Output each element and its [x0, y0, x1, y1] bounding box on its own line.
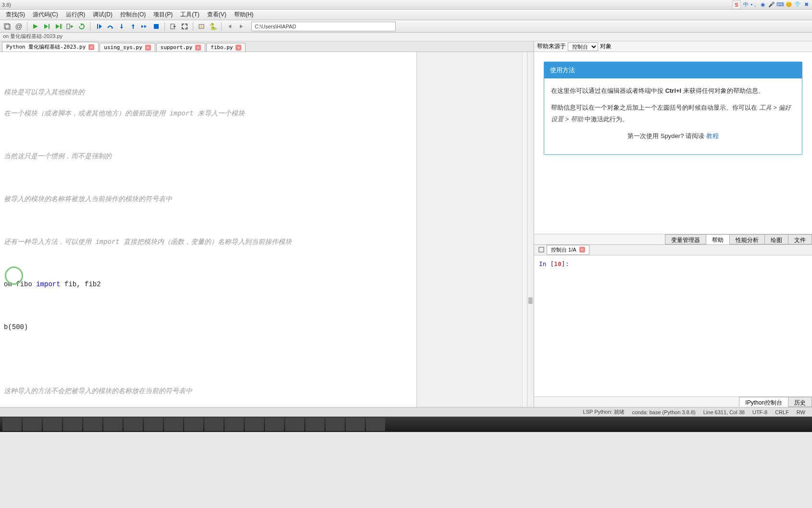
tab-help[interactable]: 帮助: [706, 234, 730, 244]
editor-content[interactable]: 模块是可以导入其他模块的 在一个模块（或者脚本，或者其他地方）的最前面使用 im…: [0, 52, 534, 407]
run-cell-next-icon[interactable]: [53, 21, 64, 32]
menu-console[interactable]: 控制台(O): [116, 10, 150, 20]
scrollbar-thumb[interactable]: [528, 297, 533, 304]
console-body[interactable]: In [10]:: [534, 255, 812, 397]
task-item[interactable]: [366, 418, 385, 431]
menu-debug[interactable]: 调试(D): [89, 10, 116, 20]
svg-marker-2: [33, 24, 38, 29]
close-icon[interactable]: ×: [88, 44, 94, 50]
editor-tab-using-sys[interactable]: using_sys.py ×: [100, 43, 155, 51]
close-icon[interactable]: ×: [236, 45, 241, 51]
stop-icon[interactable]: [151, 21, 162, 32]
help-source-select[interactable]: 控制台: [568, 42, 598, 51]
task-item[interactable]: [325, 418, 345, 431]
help-source-label: 帮助来源于: [537, 42, 566, 51]
save-all-icon[interactable]: [2, 21, 12, 32]
close-icon[interactable]: ×: [579, 247, 585, 253]
tab-ipython-console[interactable]: IPython控制台: [739, 397, 788, 407]
tutorial-link[interactable]: 教程: [706, 132, 719, 140]
svg-marker-9: [71, 25, 74, 28]
step-over-icon[interactable]: [105, 21, 115, 32]
task-item[interactable]: [265, 418, 284, 431]
task-item[interactable]: [245, 418, 264, 431]
right-pane: 帮助来源于 控制台 对象 使用方法 在这里你可以通过在编辑器或者终端中按 Ctr…: [534, 41, 812, 407]
task-item[interactable]: [63, 418, 82, 431]
run-selection-icon[interactable]: [65, 21, 75, 32]
status-lsp: LSP Python: 就绪: [583, 408, 625, 416]
svg-marker-19: [144, 25, 147, 28]
console-options-icon[interactable]: [536, 244, 547, 255]
task-item[interactable]: [124, 418, 143, 431]
sogou-icon[interactable]: S: [732, 0, 741, 9]
help-header: 帮助来源于 控制台 对象: [534, 41, 812, 52]
tab-files[interactable]: 文件: [788, 234, 812, 244]
step-into-icon[interactable]: [116, 21, 127, 32]
working-dir-input[interactable]: [251, 22, 396, 31]
status-position: Line 6311, Col 38: [703, 409, 745, 415]
run-icon[interactable]: [30, 21, 41, 32]
tab-label: Python 量化编程基础-2023.py: [6, 43, 86, 51]
python-icon[interactable]: 🐍: [208, 21, 218, 32]
tab-plots[interactable]: 绘图: [764, 234, 788, 244]
task-item[interactable]: [305, 418, 325, 431]
help-body: 使用方法 在这里你可以通过在编辑器或者终端中按 Ctrl+I 来获得任何对象的帮…: [534, 52, 812, 234]
ime-user-icon[interactable]: ◉: [759, 1, 767, 9]
ime-keyboard-icon[interactable]: ⌨: [776, 1, 784, 9]
menu-tools[interactable]: 工具(T): [176, 10, 203, 20]
debug-icon[interactable]: [93, 21, 104, 32]
editor-scrollbar[interactable]: [527, 52, 534, 407]
menu-help[interactable]: 帮助(H): [230, 10, 258, 20]
windows-taskbar[interactable]: [0, 417, 812, 432]
back-icon[interactable]: [225, 21, 235, 32]
close-icon[interactable]: ×: [195, 45, 201, 51]
tab-history[interactable]: 历史: [788, 397, 812, 407]
svg-marker-22: [174, 25, 176, 27]
exit-debug-icon[interactable]: [168, 21, 178, 32]
svg-marker-25: [228, 25, 231, 28]
svg-marker-12: [99, 24, 102, 29]
menu-run[interactable]: 运行(R): [62, 10, 89, 20]
task-item[interactable]: [23, 418, 42, 431]
task-item[interactable]: [83, 418, 102, 431]
menu-view[interactable]: 查看(V): [203, 10, 230, 20]
menu-source[interactable]: 源代码(C): [29, 10, 62, 20]
svg-rect-8: [67, 24, 70, 29]
tab-profiler[interactable]: 性能分析: [729, 234, 765, 244]
ime-toolbar: S 中 •， ◉ 🎤 ⌨ 😊 👕 ✖: [732, 0, 810, 9]
task-item[interactable]: [285, 418, 304, 431]
task-item[interactable]: [2, 418, 22, 431]
pythonpath-icon[interactable]: [196, 21, 207, 32]
continue-icon[interactable]: [139, 21, 150, 32]
task-item[interactable]: [346, 418, 365, 431]
close-icon[interactable]: ×: [145, 45, 151, 51]
step-out-icon[interactable]: [128, 21, 138, 32]
console-tab-1[interactable]: 控制台 1/A ×: [547, 245, 589, 255]
rerun-icon[interactable]: [76, 21, 87, 32]
task-item[interactable]: [43, 418, 62, 431]
ime-lang-icon[interactable]: 中: [742, 1, 750, 9]
task-item[interactable]: [144, 418, 163, 431]
editor-tab-support[interactable]: support.py ×: [156, 43, 205, 51]
maximize-icon[interactable]: [179, 21, 190, 32]
status-bar: LSP Python: 就绪 conda: base (Python 3.8.8…: [0, 407, 812, 417]
at-icon[interactable]: @: [13, 21, 24, 32]
ime-mic-icon[interactable]: 🎤: [768, 1, 775, 9]
ime-punct-icon[interactable]: •，: [750, 1, 758, 9]
menu-project[interactable]: 项目(P): [150, 10, 176, 20]
task-item[interactable]: [164, 418, 183, 431]
ime-emoji-icon[interactable]: 😊: [785, 1, 793, 9]
task-item[interactable]: [204, 418, 224, 431]
task-item[interactable]: [103, 418, 123, 431]
forward-icon[interactable]: [236, 21, 247, 32]
task-item[interactable]: [225, 418, 244, 431]
ime-skin-icon[interactable]: 👕: [794, 1, 801, 9]
status-conda[interactable]: conda: base (Python 3.8.8): [632, 409, 696, 415]
ime-tool-icon[interactable]: ✖: [802, 1, 810, 9]
help-object-label: 对象: [600, 42, 612, 51]
tab-variable-explorer[interactable]: 变量管理器: [665, 234, 706, 244]
editor-tab-main[interactable]: Python 量化编程基础-2023.py ×: [2, 42, 99, 51]
task-item[interactable]: [184, 418, 203, 431]
editor-tab-fibo[interactable]: fibo.py ×: [206, 43, 246, 51]
run-cell-icon[interactable]: [42, 21, 52, 32]
menu-search[interactable]: 查找(S): [2, 10, 29, 20]
